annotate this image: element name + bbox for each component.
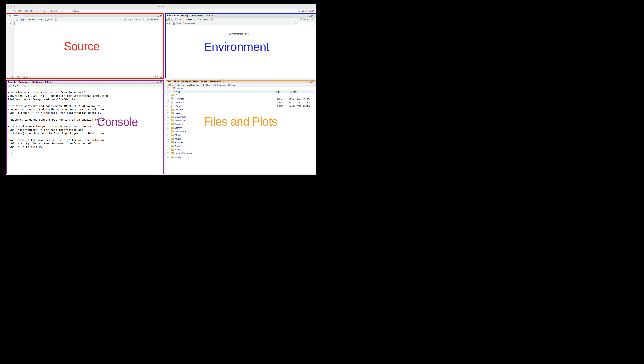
svg-text:R: R [299,10,300,12]
svg-text:R: R [8,85,10,87]
svg-text:R: R [9,15,10,16]
